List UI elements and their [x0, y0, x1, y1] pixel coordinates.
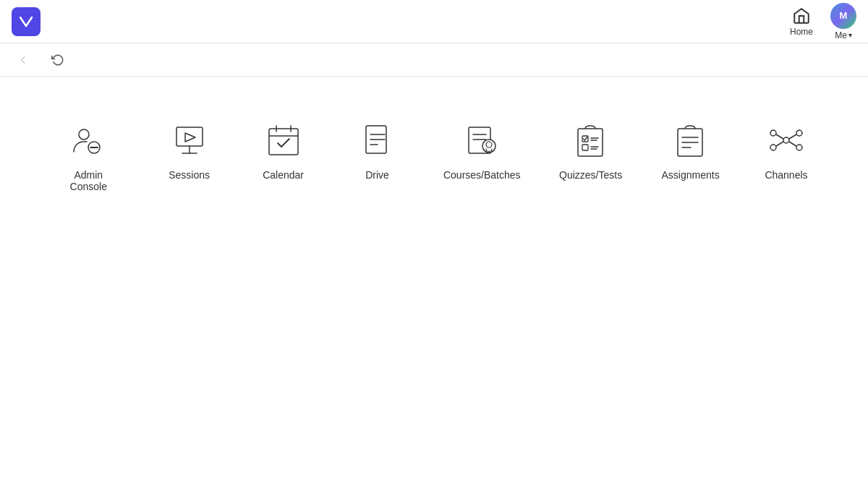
calendar-label: Calendar: [263, 169, 304, 181]
drive-label: Drive: [365, 169, 389, 181]
quizzes-tests-label: Quizzes/Tests: [559, 169, 622, 181]
svg-point-32: [770, 130, 776, 136]
svg-rect-24: [582, 145, 588, 150]
chevron-down-icon: ▾: [848, 31, 852, 39]
svg-line-36: [776, 134, 783, 139]
header: Home M Me ▾: [0, 0, 868, 43]
sessions-label: Sessions: [169, 169, 210, 181]
me-nav[interactable]: M Me ▾: [830, 3, 856, 40]
refresh-button[interactable]: [46, 48, 69, 72]
svg-rect-20: [578, 129, 603, 156]
back-icon: [17, 53, 30, 67]
svg-line-37: [789, 134, 796, 139]
svg-line-39: [789, 142, 796, 146]
me-label-row: Me ▾: [835, 30, 852, 40]
calendar-icon: [263, 120, 304, 160]
drive-item[interactable]: Drive: [331, 106, 425, 195]
channels-icon: [766, 120, 807, 160]
courses-batches-item[interactable]: Courses/Batches: [425, 106, 540, 195]
assignments-label: Assignments: [662, 169, 720, 181]
svg-rect-7: [269, 129, 298, 155]
svg-point-34: [770, 145, 776, 150]
sessions-icon: [169, 120, 210, 160]
avatar: M: [830, 3, 856, 29]
sessions-item[interactable]: Sessions: [142, 106, 237, 195]
svg-line-38: [776, 142, 783, 146]
admin-console-item[interactable]: Admin Console: [35, 106, 142, 207]
home-nav[interactable]: Home: [790, 7, 813, 37]
logo-icon: [17, 13, 35, 30]
main-content: Admin Console Sessions: [0, 77, 868, 236]
quizzes-tests-item[interactable]: Quizzes/Tests: [540, 106, 642, 195]
me-text: Me: [835, 30, 847, 40]
admin-console-label: Admin Console: [56, 169, 121, 192]
svg-marker-6: [185, 133, 195, 142]
home-icon: [792, 7, 811, 25]
home-label: Home: [790, 27, 813, 37]
admin-console-icon: [68, 120, 109, 160]
quizzes-tests-icon: [571, 120, 611, 160]
svg-point-0: [79, 129, 89, 140]
header-right: Home M Me ▾: [790, 3, 856, 40]
assignments-item[interactable]: Assignments: [642, 106, 739, 195]
app-grid: Admin Console Sessions: [35, 106, 833, 207]
drive-icon: [357, 120, 398, 160]
toolbar: [0, 43, 868, 77]
svg-rect-3: [176, 127, 203, 146]
logo[interactable]: [12, 7, 41, 36]
svg-point-33: [796, 130, 802, 136]
assignments-icon: [671, 120, 711, 160]
courses-batches-label: Courses/Batches: [443, 169, 521, 181]
back-button[interactable]: [12, 48, 35, 72]
channels-item[interactable]: Channels: [739, 106, 833, 195]
refresh-icon: [51, 53, 64, 67]
calendar-item[interactable]: Calendar: [237, 106, 331, 195]
svg-point-35: [796, 145, 802, 150]
channels-label: Channels: [765, 169, 807, 181]
courses-batches-icon: [461, 120, 502, 160]
svg-point-31: [783, 137, 789, 143]
